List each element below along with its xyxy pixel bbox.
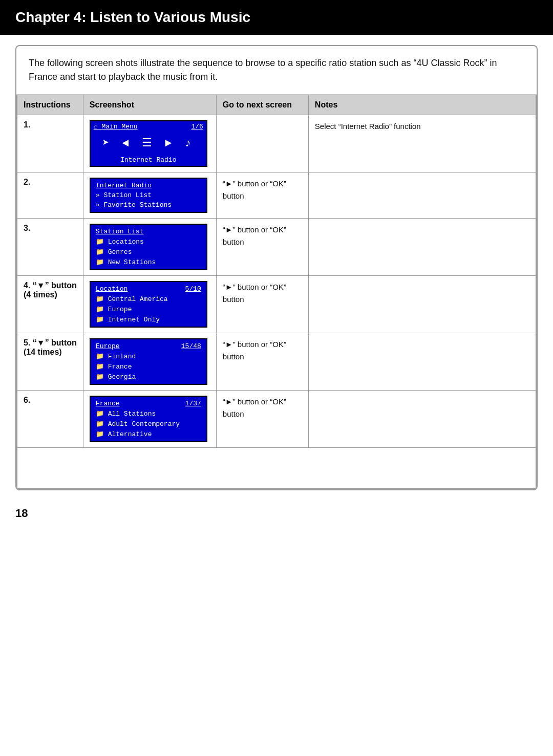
screen3-row1: Station List bbox=[94, 227, 203, 236]
table-row: 5. “▼” button(14 times) Europe 15/48 📁 F… bbox=[17, 333, 536, 391]
intro-wrapper: The following screen shots illustrate th… bbox=[15, 45, 538, 490]
row-6-screenshot: France 1/37 📁 All Stations 📁 Adult Conte… bbox=[83, 391, 216, 448]
screen4-page: 5/10 bbox=[185, 285, 201, 293]
intro-text: The following screen shots illustrate th… bbox=[29, 56, 524, 84]
row-1-goto bbox=[216, 115, 308, 172]
screen2-row1: Internet Radio bbox=[94, 181, 203, 190]
screen1-device: ⌂ Main Menu 1/6 ➤ ◄ ☰ ► ♪ Internet Radio bbox=[90, 120, 207, 167]
screen4-row4: 📁 Internet Only bbox=[94, 314, 203, 325]
screen6-row3: 📁 Adult Contemporary bbox=[94, 419, 203, 429]
screen1-footer: Internet Radio bbox=[91, 154, 206, 166]
screen5-device: Europe 15/48 📁 Finland 📁 France 📁 Georgi… bbox=[90, 338, 207, 385]
col-header-notes: Notes bbox=[308, 95, 536, 115]
main-content: The following screen shots illustrate th… bbox=[0, 35, 553, 501]
chapter-title: Chapter 4: Listen to Various Music bbox=[15, 9, 250, 25]
row-5-instructions: 5. “▼” button(14 times) bbox=[24, 338, 77, 357]
screen5-row4: 📁 Georgia bbox=[94, 372, 203, 382]
screen5-page: 15/48 bbox=[181, 342, 201, 350]
screen1-page: 1/6 bbox=[191, 123, 203, 131]
screen2-device: Internet Radio » Station List » Favorite… bbox=[90, 178, 207, 213]
screen4-device: Location 5/10 📁 Central America 📁 Europe… bbox=[90, 281, 207, 328]
screen5-title: Europe bbox=[96, 342, 120, 350]
screen6-device: France 1/37 📁 All Stations 📁 Adult Conte… bbox=[90, 396, 207, 442]
screen3-row2: 📁 Locations bbox=[94, 236, 203, 247]
screen5-header: Europe 15/48 bbox=[94, 341, 203, 351]
screen4-title: Location bbox=[96, 285, 127, 293]
row-2-screenshot: Internet Radio » Station List » Favorite… bbox=[83, 172, 216, 219]
row-4-num: 4. “▼” button(4 times) bbox=[17, 276, 83, 333]
row-2-goto: “►” button or “OK” button bbox=[216, 172, 308, 219]
row-3-notes bbox=[308, 219, 536, 276]
row-6-goto: “►” button or “OK” button bbox=[216, 391, 308, 448]
row-5-notes bbox=[308, 333, 536, 391]
screen4-row2: 📁 Central America bbox=[94, 294, 203, 304]
table-row: 6. France 1/37 📁 All Stations 📁 Adult Co… bbox=[17, 391, 536, 448]
row-1-num: 1. bbox=[17, 115, 83, 172]
screen6-page: 1/37 bbox=[185, 400, 201, 407]
row-2-notes bbox=[308, 172, 536, 219]
table-row: 2. Internet Radio » Station List » Favor… bbox=[17, 172, 536, 219]
screen4-header: Location 5/10 bbox=[94, 284, 203, 294]
screen2-row2: » Station List bbox=[94, 190, 203, 200]
row-6-num: 6. bbox=[17, 391, 83, 448]
chapter-header: Chapter 4: Listen to Various Music bbox=[0, 0, 553, 35]
screen6-row4: 📁 Alternative bbox=[94, 429, 203, 439]
table-row-empty bbox=[17, 448, 536, 489]
row-3-goto: “►” button or “OK” button bbox=[216, 219, 308, 276]
screen1-icons: ➤ ◄ ☰ ► ♪ bbox=[91, 132, 206, 154]
screen1-title: ⌂ Main Menu bbox=[94, 123, 138, 131]
screen1-header: ⌂ Main Menu 1/6 bbox=[91, 121, 206, 132]
row-6-notes bbox=[308, 391, 536, 448]
page-number: 18 bbox=[0, 507, 553, 520]
row-1-screenshot: ⌂ Main Menu 1/6 ➤ ◄ ☰ ► ♪ Internet Radio bbox=[83, 115, 216, 172]
screen2-row3: » Favorite Stations bbox=[94, 200, 203, 210]
row-3-num: 3. bbox=[17, 219, 83, 276]
screen6-header: France 1/37 bbox=[94, 399, 203, 408]
table-row: 4. “▼” button(4 times) Location 5/10 📁 C… bbox=[17, 276, 536, 333]
row-5-num: 5. “▼” button(14 times) bbox=[17, 333, 83, 391]
screen5-row3: 📁 France bbox=[94, 361, 203, 372]
row-4-notes bbox=[308, 276, 536, 333]
row-5-goto: “►” button or “OK” button bbox=[216, 333, 308, 391]
col-header-goto: Go to next screen bbox=[216, 95, 308, 115]
screen6-title: France bbox=[96, 400, 120, 407]
row-3-screenshot: Station List 📁 Locations 📁 Genres 📁 New … bbox=[83, 219, 216, 276]
table-row: 1. ⌂ Main Menu 1/6 ➤ ◄ ☰ ► ♪ Internet Ra… bbox=[17, 115, 536, 172]
screen3-row3: 📁 Genres bbox=[94, 247, 203, 257]
table-row: 3. Station List 📁 Locations 📁 Genres 📁 N… bbox=[17, 219, 536, 276]
row-4-instructions: 4. “▼” button(4 times) bbox=[24, 281, 77, 299]
screen5-row2: 📁 Finland bbox=[94, 351, 203, 361]
row-4-goto: “►” button or “OK” button bbox=[216, 276, 308, 333]
row-1-notes: Select “Internet Radio” function bbox=[308, 115, 536, 172]
col-header-screenshot: Screenshot bbox=[83, 95, 216, 115]
col-header-instructions: Instructions bbox=[17, 95, 83, 115]
row-2-num: 2. bbox=[17, 172, 83, 219]
screen4-row3: 📁 Europe bbox=[94, 304, 203, 314]
row-5-screenshot: Europe 15/48 📁 Finland 📁 France 📁 Georgi… bbox=[83, 333, 216, 391]
row-4-screenshot: Location 5/10 📁 Central America 📁 Europe… bbox=[83, 276, 216, 333]
intro-section: The following screen shots illustrate th… bbox=[16, 46, 537, 95]
screen3-row4: 📁 New Stations bbox=[94, 257, 203, 267]
screen6-row2: 📁 All Stations bbox=[94, 408, 203, 419]
screen3-device: Station List 📁 Locations 📁 Genres 📁 New … bbox=[90, 224, 207, 270]
instruction-table: Instructions Screenshot Go to next scree… bbox=[16, 95, 537, 489]
empty-row bbox=[17, 448, 536, 489]
